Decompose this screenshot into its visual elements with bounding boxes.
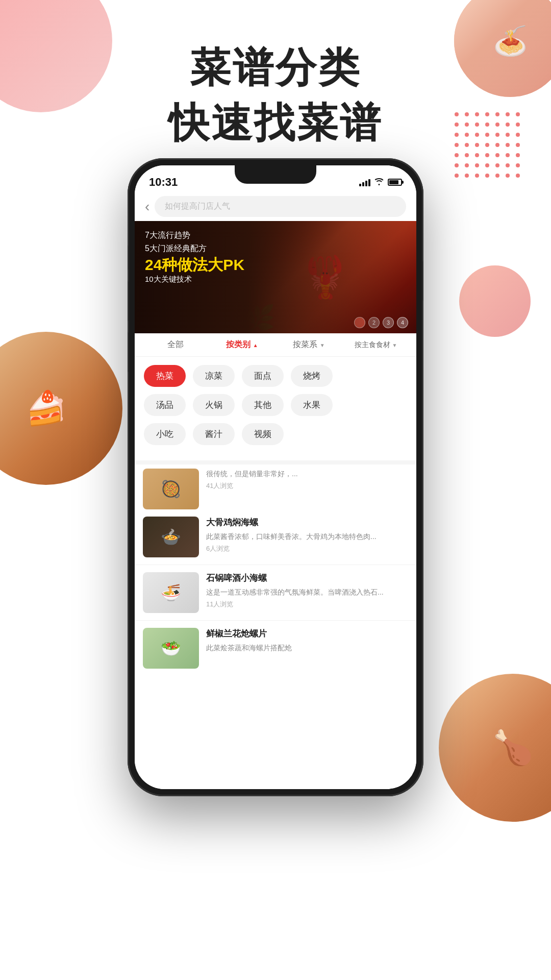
phone-volume-down-button (128, 332, 129, 373)
filter-tab-all[interactable]: 全部 (143, 339, 208, 350)
recipe-thumb-2: 🍜 (143, 572, 199, 613)
battery-fill (389, 180, 398, 184)
recipe-thumb-0: 🥘 (143, 469, 199, 509)
recipe-info-3: 鲜椒兰花炝螺片 此菜烩茶蔬和海螺片搭配炝 (206, 628, 408, 653)
category-section: 热菜 凉菜 面点 烧烤 汤品 火锅 其他 水果 小吃 酱汁 视频 (135, 357, 416, 464)
table-row[interactable]: 🍜 石锅啤酒小海螺 这是一道互动感非常强的气氛海鲜菜。当啤酒浇入热石... 11… (135, 565, 416, 621)
table-row[interactable]: 🍲 大骨鸡焖海螺 此菜酱香浓郁，口味鲜美香浓。大骨鸡为本地特色肉... 6人浏览 (135, 509, 416, 565)
recipe-thumb-3: 🥗 (143, 628, 199, 669)
filter-tab-category[interactable]: 按类别 ▲ (210, 339, 274, 350)
banner-content: 7大流行趋势 5大门派经典配方 24种做法大PK 10大关键技术 (145, 229, 244, 284)
category-chip-bbq[interactable]: 烧烤 (291, 365, 333, 387)
wifi-icon (374, 178, 384, 187)
category-chip-sauce[interactable]: 酱汁 (193, 423, 235, 445)
phone-mute-button (128, 245, 129, 271)
recipe-title-2: 石锅啤酒小海螺 (206, 572, 408, 584)
recipe-views-2: 11人浏览 (206, 600, 408, 609)
recipe-info-2: 石锅啤酒小海螺 这是一道互动感非常强的气氛海鲜菜。当啤酒浇入热石... 11人浏… (206, 572, 408, 609)
battery-icon (388, 179, 402, 186)
recipe-list: 🥘 很传统，但是销量非常好，... 41人浏览 🍲 大骨鸡焖海螺 此菜酱香浓郁，… (135, 464, 416, 669)
recipe-desc-1: 此菜酱香浓郁，口味鲜美香浓。大骨鸡为本地特色肉... (206, 531, 408, 542)
back-button[interactable]: ‹ (145, 199, 149, 215)
ingredient-arrow-icon: ▼ (392, 342, 397, 348)
category-arrow-icon: ▲ (253, 342, 258, 348)
recipe-desc-0: 很传统，但是销量非常好，... (206, 469, 408, 479)
recipe-views-1: 6人浏览 (206, 544, 408, 553)
category-chip-cold[interactable]: 凉菜 (193, 365, 235, 387)
title-area: 菜谱分类 快速找菜谱 (0, 41, 551, 151)
category-chip-fruit[interactable]: 水果 (291, 394, 333, 416)
recipe-desc-3: 此菜烩茶蔬和海螺片搭配炝 (206, 643, 408, 653)
title-line1: 菜谱分类 (0, 41, 551, 96)
recipe-info-1: 大骨鸡焖海螺 此菜酱香浓郁，口味鲜美香浓。大骨鸡为本地特色肉... 6人浏览 (206, 517, 408, 553)
phone-volume-up-button (128, 281, 129, 322)
recipe-info-0: 很传统，但是销量非常好，... 41人浏览 (206, 469, 408, 491)
table-row[interactable]: 🥘 很传统，但是销量非常好，... 41人浏览 (135, 464, 416, 509)
recipe-title-1: 大骨鸡焖海螺 (206, 517, 408, 528)
recipe-views-0: 41人浏览 (206, 481, 408, 491)
category-row-3: 小吃 酱汁 视频 (144, 423, 407, 445)
cuisine-arrow-icon: ▼ (320, 342, 325, 348)
signal-icon (359, 178, 370, 186)
banner-text-line1: 7大流行趋势 (145, 229, 244, 242)
category-chip-other[interactable]: 其他 (242, 394, 284, 416)
signal-bar-2 (362, 182, 364, 186)
phone-screen: 10:31 ‹ (135, 165, 416, 789)
signal-bar-3 (365, 181, 367, 186)
filter-tab-ingredient[interactable]: 按主食食材 ▼ (343, 340, 408, 350)
bg-circle-pink (459, 265, 531, 337)
status-icons (359, 178, 402, 187)
recipe-desc-2: 这是一道互动感非常强的气氛海鲜菜。当啤酒浇入热石... (206, 587, 408, 598)
category-row-1: 热菜 凉菜 面点 烧烤 (144, 365, 407, 387)
banner-text-line2: 5大门派经典配方 (145, 242, 244, 255)
table-row[interactable]: 🥗 鲜椒兰花炝螺片 此菜烩茶蔬和海螺片搭配炝 (135, 621, 416, 669)
category-row-2: 汤品 火锅 其他 水果 (144, 394, 407, 416)
category-chip-pastry[interactable]: 面点 (242, 365, 284, 387)
signal-bar-1 (359, 184, 361, 186)
filter-tab-cuisine[interactable]: 按菜系 ▼ (277, 339, 341, 350)
recipe-thumb-1: 🍲 (143, 517, 199, 557)
category-chip-snack[interactable]: 小吃 (144, 423, 186, 445)
search-placeholder: 如何提高门店人气 (165, 202, 230, 210)
phone-inner: 10:31 ‹ (135, 165, 416, 789)
phone-notch (235, 165, 316, 184)
search-bar[interactable]: ‹ 如何提高门店人气 (135, 192, 416, 221)
food-circle-bottom-left: 🍰 (0, 332, 122, 485)
status-time: 10:31 (149, 176, 178, 189)
search-input[interactable]: 如何提高门店人气 (155, 196, 406, 217)
phone-power-button (422, 260, 423, 301)
recipe-title-3: 鲜椒兰花炝螺片 (206, 628, 408, 640)
category-chip-video[interactable]: 视频 (242, 423, 284, 445)
category-chip-hotpot[interactable]: 火锅 (193, 394, 235, 416)
banner-sub-text: 10大关键技术 (145, 275, 244, 284)
phone-mockup: 10:31 ‹ (128, 158, 423, 796)
signal-bar-4 (368, 179, 370, 186)
food-circle-bottom-right: 🍗 (439, 674, 551, 822)
category-chip-hot[interactable]: 热菜 (144, 365, 186, 387)
category-chip-soup[interactable]: 汤品 (144, 394, 186, 416)
filter-tabs: 全部 按类别 ▲ 按菜系 ▼ 按主食食材 ▼ (135, 333, 416, 357)
banner[interactable]: 🦞 🌿 7大流行趋势 5大门派经典配方 24种做法大PK 10大关键技术 2 3… (135, 221, 416, 333)
title-line2: 快速找菜谱 (0, 96, 551, 151)
banner-main-text: 24种做法大PK (145, 255, 244, 275)
